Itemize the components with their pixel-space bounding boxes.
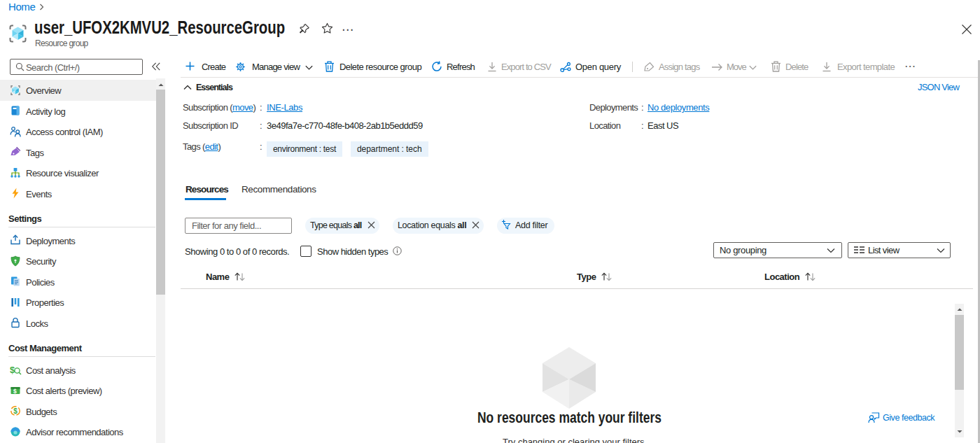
svg-text:$: $ (13, 407, 18, 415)
svg-text:$: $ (13, 387, 17, 394)
